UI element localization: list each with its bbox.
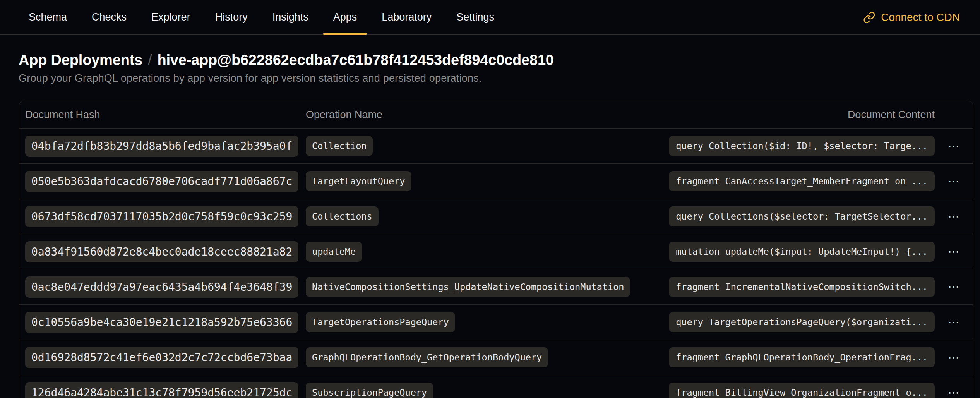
row-menu-button[interactable]: ⋯ [948,281,960,293]
nav-tab-apps[interactable]: Apps [323,0,367,34]
deployments-table: Document Hash Operation Name Document Co… [19,101,973,398]
operation-name-value[interactable]: Collection [306,136,373,156]
table-row: 0a834f91560d872e8c4bec0ade18ceec88821a82… [19,234,973,269]
nav-tabs: SchemaChecksExplorerHistoryInsightsAppsL… [19,0,504,34]
table-row: 0c10556a9be4ca30e19e21c1218a592b75e63366… [19,304,973,340]
top-navbar: SchemaChecksExplorerHistoryInsightsAppsL… [0,0,980,35]
operation-name-value[interactable]: TargetOperationsPageQuery [306,312,455,332]
document-hash-value[interactable]: 126d46a4284abe31c13c78f7959d56eeb21725dc [25,382,298,398]
document-content-cell: query TargetOperationsPageQuery($organiz… [669,312,935,332]
operation-name-cell: Collections [306,206,669,226]
row-menu-button[interactable]: ⋯ [948,175,960,187]
nav-tab-label: Checks [92,11,127,23]
nav-tab-schema[interactable]: Schema [19,0,77,34]
row-actions-cell: ⋯ [935,211,973,222]
nav-tab-label: Settings [456,11,494,23]
document-content-cell: query Collections($selector: TargetSelec… [669,206,935,226]
nav-tab-label: History [215,11,248,23]
column-header-operation-name: Operation Name [306,109,848,121]
page-header: App Deployments / hive-app@b622862ecdba7… [19,52,973,84]
document-hash-value[interactable]: 0ac8e047eddd97a97eac6435a4b694f4e3648f39 [25,276,298,298]
document-hash-value[interactable]: 0d16928d8572c41ef6e032d2c7c72ccbd6e73baa [25,347,298,368]
page-subtitle: Group your GraphQL operations by app ver… [19,72,973,84]
row-menu-button[interactable]: ⋯ [948,211,960,222]
row-menu-button[interactable]: ⋯ [948,316,960,328]
nav-tab-label: Explorer [151,11,190,23]
document-hash-cell: 0a834f91560d872e8c4bec0ade18ceec88821a82 [19,241,306,262]
row-actions-cell: ⋯ [935,140,973,152]
breadcrumb-app-version: hive-app@b622862ecdba7c61b78f412453def89… [157,52,553,69]
connect-to-cdn-label: Connect to CDN [881,11,960,24]
row-actions-cell: ⋯ [935,352,973,363]
document-hash-value[interactable]: 050e5b363dafdcacd6780e706cadf771d06a867c [25,171,298,192]
column-header-document-hash: Document Hash [19,109,306,121]
table-row: 050e5b363dafdcacd6780e706cadf771d06a867c… [19,163,973,199]
document-content-cell: fragment GraphQLOperationBody_OperationF… [669,347,935,367]
nav-tab-settings[interactable]: Settings [446,0,504,34]
nav-tab-checks[interactable]: Checks [82,0,137,34]
document-content-value[interactable]: query TargetOperationsPageQuery($organiz… [669,312,935,332]
main-content: App Deployments / hive-app@b622862ecdba7… [0,52,980,398]
table-row: 126d46a4284abe31c13c78f7959d56eeb21725dc… [19,375,973,398]
nav-tab-laboratory[interactable]: Laboratory [372,0,442,34]
row-actions-cell: ⋯ [935,316,973,328]
table-row: 04bfa72dfb83b297dd8a5b6fed9bafac2b395a0f… [19,128,973,163]
row-menu-button[interactable]: ⋯ [948,387,960,398]
operation-name-value[interactable]: TargetLayoutQuery [306,171,411,191]
document-content-cell: fragment BillingView_OrganizationFragmen… [669,383,935,398]
document-hash-value[interactable]: 0c10556a9be4ca30e19e21c1218a592b75e63366 [25,312,298,333]
nav-tab-label: Laboratory [382,11,432,23]
document-hash-cell: 126d46a4284abe31c13c78f7959d56eeb21725dc [19,382,306,398]
nav-tab-history[interactable]: History [205,0,258,34]
operation-name-cell: Collection [306,136,669,156]
nav-tab-insights[interactable]: Insights [262,0,319,34]
column-header-document-content: Document Content [848,109,935,121]
row-menu-button[interactable]: ⋯ [948,140,960,152]
row-actions-cell: ⋯ [935,281,973,293]
link-icon [863,11,875,24]
nav-tab-explorer[interactable]: Explorer [141,0,200,34]
active-tab-underline [323,33,367,35]
breadcrumb-separator: / [148,52,152,69]
table-row: 0673df58cd7037117035b2d0c758f59c0c93c259… [19,199,973,234]
document-hash-cell: 050e5b363dafdcacd6780e706cadf771d06a867c [19,171,306,192]
document-hash-cell: 04bfa72dfb83b297dd8a5b6fed9bafac2b395a0f [19,136,306,157]
document-content-value[interactable]: fragment BillingView_OrganizationFragmen… [669,383,935,398]
document-hash-cell: 0d16928d8572c41ef6e032d2c7c72ccbd6e73baa [19,347,306,368]
document-content-value[interactable]: fragment GraphQLOperationBody_OperationF… [669,347,935,367]
breadcrumb-app-deployments[interactable]: App Deployments [19,52,142,69]
operation-name-cell: TargetOperationsPageQuery [306,312,669,332]
table-body: 04bfa72dfb83b297dd8a5b6fed9bafac2b395a0f… [19,128,973,398]
operation-name-value[interactable]: NativeCompositionSettings_UpdateNativeCo… [306,277,630,297]
nav-tab-label: Schema [29,11,67,23]
document-content-cell: fragment CanAccessTarget_MemberFragment … [669,171,935,191]
document-hash-cell: 0ac8e047eddd97a97eac6435a4b694f4e3648f39 [19,276,306,298]
operation-name-value[interactable]: SubscriptionPageQuery [306,383,433,398]
document-content-cell: fragment IncrementalNativeCompositionSwi… [669,277,935,297]
row-actions-cell: ⋯ [935,246,973,257]
document-content-cell: query Collection($id: ID!, $selector: Ta… [669,136,935,156]
operation-name-cell: NativeCompositionSettings_UpdateNativeCo… [306,277,669,297]
document-content-value[interactable]: fragment IncrementalNativeCompositionSwi… [669,277,935,297]
operation-name-value[interactable]: Collections [306,206,379,226]
row-menu-button[interactable]: ⋯ [948,352,960,363]
document-content-value[interactable]: query Collections($selector: TargetSelec… [669,206,935,226]
connect-to-cdn-button[interactable]: Connect to CDN [863,11,960,24]
document-hash-value[interactable]: 0a834f91560d872e8c4bec0ade18ceec88821a82 [25,241,298,262]
row-menu-button[interactable]: ⋯ [948,246,960,257]
breadcrumb: App Deployments / hive-app@b622862ecdba7… [19,52,973,69]
table-header-row: Document Hash Operation Name Document Co… [19,101,973,128]
row-actions-cell: ⋯ [935,387,973,398]
operation-name-value[interactable]: GraphQLOperationBody_GetOperationBodyQue… [306,347,548,367]
operation-name-value[interactable]: updateMe [306,242,362,262]
document-hash-cell: 0673df58cd7037117035b2d0c758f59c0c93c259 [19,206,306,227]
row-actions-cell: ⋯ [935,175,973,187]
document-content-value[interactable]: mutation updateMe($input: UpdateMeInput!… [669,242,935,262]
document-content-value[interactable]: fragment CanAccessTarget_MemberFragment … [669,171,935,191]
operation-name-cell: TargetLayoutQuery [306,171,669,191]
table-row: 0d16928d8572c41ef6e032d2c7c72ccbd6e73baa… [19,340,973,375]
document-hash-value[interactable]: 0673df58cd7037117035b2d0c758f59c0c93c259 [25,206,298,227]
document-hash-cell: 0c10556a9be4ca30e19e21c1218a592b75e63366 [19,312,306,333]
document-content-value[interactable]: query Collection($id: ID!, $selector: Ta… [669,136,935,156]
document-hash-value[interactable]: 04bfa72dfb83b297dd8a5b6fed9bafac2b395a0f [25,136,298,157]
